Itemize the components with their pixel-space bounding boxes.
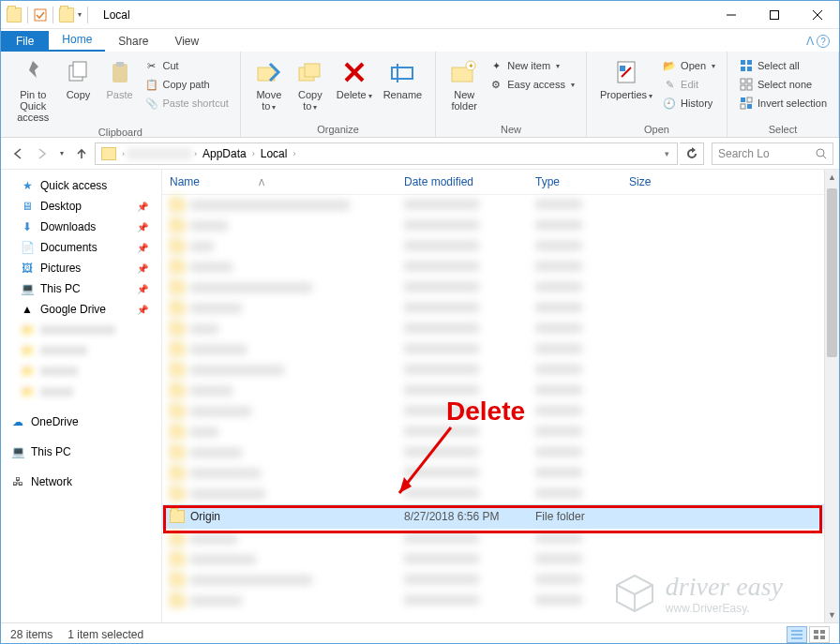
breadcrumb-appdata[interactable]: AppData xyxy=(199,147,250,160)
column-size[interactable]: Size xyxy=(629,175,704,188)
status-selected-count: 1 item selected xyxy=(68,628,143,641)
column-headers[interactable]: Name ᐱ Date modified Type Size xyxy=(162,170,839,195)
sidebar-item-blurred[interactable]: 📁 xyxy=(1,361,161,382)
breadcrumb-dropdown-icon[interactable]: ▾ xyxy=(659,149,675,158)
move-to-button[interactable]: Move to▾ xyxy=(248,55,290,114)
new-item-button[interactable]: ✦New item▾ xyxy=(485,57,578,74)
back-button[interactable] xyxy=(7,142,29,165)
column-name[interactable]: Name ᐱ xyxy=(170,175,404,188)
sidebar-item-blurred[interactable]: 📁 xyxy=(1,382,161,402)
list-item[interactable] xyxy=(162,484,839,504)
thumbnails-view-button[interactable] xyxy=(809,626,830,643)
scrollbar-thumb[interactable] xyxy=(827,188,837,357)
checkbox-icon[interactable] xyxy=(34,8,47,22)
delete-button[interactable]: Delete▾ xyxy=(331,55,378,103)
paste-shortcut-button[interactable]: 📎Paste shortcut xyxy=(141,95,232,112)
select-group-label: Select xyxy=(735,122,831,135)
copy-path-button[interactable]: 📋Copy path xyxy=(141,76,232,93)
sidebar-item-quick-access[interactable]: ★Quick access xyxy=(1,175,161,196)
breadcrumb[interactable]: › › AppData › Local › ▾ xyxy=(95,142,678,165)
easy-access-button[interactable]: ⚙Easy access▾ xyxy=(485,76,578,93)
sidebar-item-blurred[interactable]: 📁 xyxy=(1,340,161,361)
open-group-label: Open xyxy=(594,122,719,135)
list-item[interactable] xyxy=(162,298,839,319)
list-item[interactable] xyxy=(162,319,839,339)
onedrive-icon: ☁ xyxy=(10,414,25,429)
new-item-icon: ✦ xyxy=(488,58,503,73)
list-item[interactable] xyxy=(162,463,839,484)
open-button[interactable]: 📂Open▾ xyxy=(658,57,719,74)
tab-share[interactable]: Share xyxy=(105,31,161,52)
column-date[interactable]: Date modified xyxy=(404,175,535,188)
svg-rect-24 xyxy=(747,67,752,71)
history-button[interactable]: 🕘History xyxy=(658,95,719,112)
sidebar-item-downloads[interactable]: ⬇Downloads📌 xyxy=(1,217,161,237)
cut-button[interactable]: ✂Cut xyxy=(141,57,232,74)
status-bar: 28 items 1 item selected xyxy=(1,622,839,644)
sidebar-item-documents[interactable]: 📄Documents📌 xyxy=(1,237,161,258)
invert-selection-button[interactable]: Invert selection xyxy=(735,95,831,112)
list-item[interactable] xyxy=(162,216,839,236)
rename-button[interactable]: Rename xyxy=(378,55,428,102)
list-item[interactable] xyxy=(162,570,839,591)
status-item-count: 28 items xyxy=(10,628,52,641)
column-type[interactable]: Type xyxy=(535,175,629,188)
list-item-origin[interactable]: Origin 8/27/2018 6:56 PM File folder xyxy=(162,504,839,529)
scroll-down-icon[interactable]: ▼ xyxy=(825,607,839,622)
ribbon-tabs: File Home Share View ᐱ ? xyxy=(1,29,839,52)
list-item[interactable] xyxy=(162,360,839,381)
details-view-button[interactable] xyxy=(787,626,807,643)
tab-file[interactable]: File xyxy=(1,31,49,52)
minimize-button[interactable] xyxy=(710,1,753,29)
list-item[interactable] xyxy=(162,257,839,277)
select-none-button[interactable]: Select none xyxy=(735,76,831,93)
sidebar-item-desktop[interactable]: 🖥Desktop📌 xyxy=(1,196,161,217)
copy-button[interactable]: Copy xyxy=(58,55,99,102)
sidebar-item-network[interactable]: 🖧Network xyxy=(1,472,161,492)
select-all-button[interactable]: Select all xyxy=(735,57,831,74)
paste-button[interactable]: Paste xyxy=(99,55,141,102)
close-button[interactable] xyxy=(796,1,839,29)
search-input[interactable]: Search Lo xyxy=(712,142,833,165)
scrollbar-vertical[interactable]: ▲ ▼ xyxy=(824,170,839,622)
list-item[interactable] xyxy=(162,529,839,549)
navigation-pane: ★Quick access 🖥Desktop📌 ⬇Downloads📌 📄Doc… xyxy=(1,170,162,622)
tab-view[interactable]: View xyxy=(161,31,212,52)
edit-button[interactable]: ✎Edit xyxy=(658,76,719,93)
scroll-up-icon[interactable]: ▲ xyxy=(825,170,839,185)
sidebar-item-this-pc[interactable]: 💻This PC📌 xyxy=(1,278,161,299)
sidebar-item-google-drive[interactable]: ▲Google Drive📌 xyxy=(1,299,161,320)
list-item[interactable] xyxy=(162,591,839,611)
up-button[interactable] xyxy=(70,142,93,165)
sidebar-item-pictures[interactable]: 🖼Pictures📌 xyxy=(1,258,161,278)
new-folder-button[interactable]: ✦ New folder xyxy=(443,55,485,113)
svg-rect-23 xyxy=(741,67,745,71)
copy-to-button[interactable]: Copy to▾ xyxy=(290,55,331,114)
list-item[interactable] xyxy=(162,277,839,298)
list-item[interactable] xyxy=(162,195,839,216)
tab-home[interactable]: Home xyxy=(49,29,105,52)
shortcut-icon: 📎 xyxy=(144,96,159,111)
invert-selection-icon xyxy=(739,96,754,111)
list-item[interactable] xyxy=(162,236,839,257)
properties-button[interactable]: Properties▾ xyxy=(594,55,658,103)
ribbon-collapse-button[interactable]: ᐱ ? xyxy=(797,31,839,52)
list-item[interactable] xyxy=(162,339,839,360)
sidebar-item-onedrive[interactable]: ☁OneDrive xyxy=(1,412,161,432)
sidebar-item-blurred[interactable]: 📁 xyxy=(1,320,161,340)
pin-to-quick-access-button[interactable]: Pin to Quick access xyxy=(8,55,58,125)
qat-dropdown-icon[interactable]: ▾ xyxy=(78,10,82,19)
documents-icon: 📄 xyxy=(20,240,35,255)
list-item[interactable] xyxy=(162,549,839,570)
sidebar-item-this-pc-2[interactable]: 💻This PC xyxy=(1,442,161,462)
forward-button[interactable] xyxy=(31,142,53,165)
google-drive-icon: ▲ xyxy=(20,302,35,317)
svg-rect-14 xyxy=(392,67,412,79)
svg-rect-32 xyxy=(747,104,752,109)
breadcrumb-local[interactable]: Local xyxy=(257,147,292,160)
refresh-button[interactable] xyxy=(680,142,704,165)
recent-locations-button[interactable]: ▾ xyxy=(55,142,68,165)
svg-text:✦: ✦ xyxy=(468,62,474,70)
maximize-button[interactable] xyxy=(753,1,796,29)
list-item[interactable] xyxy=(162,442,839,463)
